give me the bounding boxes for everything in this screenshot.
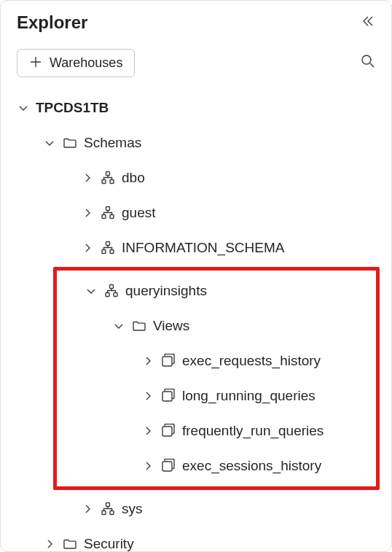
schema-icon [100, 502, 116, 516]
tree-item-view[interactable]: exec_sessions_history [57, 448, 376, 483]
view-icon [160, 389, 176, 403]
collapse-panel-icon[interactable] [361, 15, 375, 31]
schema-label: INFORMATION_SCHEMA [122, 240, 284, 256]
schema-label: queryinsights [125, 283, 207, 299]
chevron-down-icon [43, 137, 56, 149]
chevron-right-icon [81, 242, 94, 254]
schemas-folder-label: Schemas [84, 135, 141, 151]
chevron-right-icon [81, 503, 94, 515]
view-label: long_running_queries [182, 388, 315, 404]
highlight-box: queryinsights Views exec_requests_histor… [53, 267, 380, 490]
schema-label: sys [122, 501, 143, 517]
schema-icon [100, 241, 116, 255]
chevron-right-icon [141, 355, 154, 367]
search-icon[interactable] [361, 54, 375, 72]
tree-item-view[interactable]: exec_requests_history [57, 343, 376, 378]
explorer-header: Explorer [1, 1, 391, 37]
tree-item-database[interactable]: TPCDS1TB [7, 90, 385, 125]
tree-item-schema-sys[interactable]: sys [7, 491, 385, 526]
chevron-right-icon [141, 390, 154, 402]
plus-icon [29, 55, 42, 71]
schema-icon [100, 206, 116, 220]
view-icon [160, 424, 176, 438]
chevron-right-icon [141, 460, 154, 472]
tree-item-schemas-folder[interactable]: Schemas [7, 125, 385, 160]
tree-item-security-folder[interactable]: Security [7, 526, 385, 552]
panel-title: Explorer [17, 12, 87, 33]
chevron-right-icon [81, 172, 94, 184]
chevron-right-icon [81, 207, 94, 219]
chevron-down-icon [17, 102, 30, 114]
schema-icon [103, 284, 119, 298]
folder-icon [62, 537, 78, 551]
view-label: exec_sessions_history [182, 458, 321, 474]
schema-label: guest [122, 205, 155, 221]
view-label: exec_requests_history [182, 353, 321, 369]
add-button-label: Warehouses [50, 55, 122, 71]
tree-item-schema-dbo[interactable]: dbo [7, 160, 385, 195]
tree-item-view[interactable]: frequently_run_queries [57, 413, 376, 448]
chevron-down-icon [112, 320, 125, 332]
explorer-toolbar: Warehouses [1, 37, 391, 85]
tree-item-schema-information-schema[interactable]: INFORMATION_SCHEMA [7, 230, 385, 265]
view-label: frequently_run_queries [182, 423, 324, 439]
tree-root: TPCDS1TB Schemas dbo guest INFORMATION_S… [1, 85, 391, 552]
add-warehouses-button[interactable]: Warehouses [17, 49, 135, 77]
security-folder-label: Security [84, 536, 134, 552]
chevron-right-icon [43, 538, 56, 550]
tree-item-schema-queryinsights[interactable]: queryinsights [57, 273, 376, 308]
tree-item-view[interactable]: long_running_queries [57, 378, 376, 413]
chevron-right-icon [141, 425, 154, 437]
view-icon [160, 354, 176, 368]
tree-item-schema-guest[interactable]: guest [7, 195, 385, 230]
schema-label: dbo [122, 170, 145, 186]
chevron-down-icon [85, 285, 98, 297]
views-folder-label: Views [153, 318, 189, 334]
tree-item-views-folder[interactable]: Views [57, 308, 376, 343]
view-icon [160, 459, 176, 473]
database-label: TPCDS1TB [36, 100, 109, 116]
folder-icon [131, 319, 147, 333]
folder-icon [62, 136, 78, 150]
schema-icon [100, 171, 116, 185]
